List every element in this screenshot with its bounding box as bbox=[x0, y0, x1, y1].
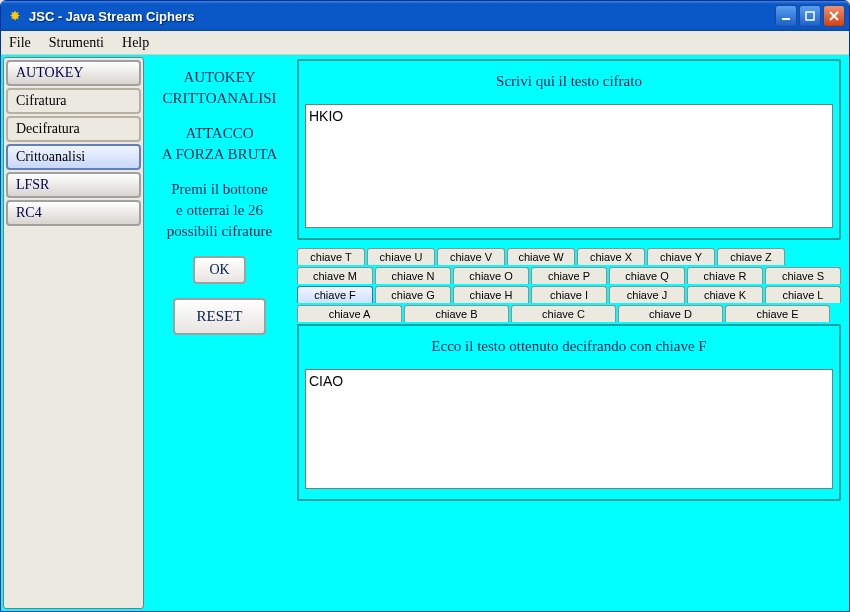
tab-chiave-t[interactable]: chiave T bbox=[297, 248, 365, 265]
maximize-button[interactable] bbox=[799, 5, 821, 27]
sidebar-header-rc4[interactable]: RC4 bbox=[6, 200, 141, 226]
desc2: e otterrai le 26 bbox=[167, 200, 272, 221]
tab-chiave-a[interactable]: chiave A bbox=[297, 305, 402, 322]
menu-help[interactable]: Help bbox=[118, 33, 153, 53]
tab-chiave-p[interactable]: chiave P bbox=[531, 267, 607, 284]
result-title: Ecco il testo ottenuto decifrando con ch… bbox=[305, 338, 833, 355]
ciphertext-input[interactable] bbox=[305, 104, 833, 228]
tabrow-1: chiave T chiave U chiave V chiave W chia… bbox=[297, 248, 841, 265]
tab-chiave-k[interactable]: chiave K bbox=[687, 286, 763, 303]
tab-chiave-n[interactable]: chiave N bbox=[375, 267, 451, 284]
sidebar: AUTOKEY Cifratura Decifratura Crittoanal… bbox=[3, 57, 144, 609]
sidebar-item-decifratura[interactable]: Decifratura bbox=[6, 116, 141, 142]
result-panel: Ecco il testo ottenuto decifrando con ch… bbox=[297, 324, 841, 501]
menubar: File Strumenti Help bbox=[1, 31, 849, 55]
tab-chiave-o[interactable]: chiave O bbox=[453, 267, 529, 284]
tabrow-2: chiave M chiave N chiave O chiave P chia… bbox=[297, 267, 841, 284]
tab-chiave-u[interactable]: chiave U bbox=[367, 248, 435, 265]
instructions: Premi il bottone e otterrai le 26 possib… bbox=[167, 179, 272, 242]
menu-file[interactable]: File bbox=[5, 33, 35, 53]
app-window: ✸ JSC - Java Stream Ciphers File Strumen… bbox=[0, 0, 850, 612]
tab-chiave-r[interactable]: chiave R bbox=[687, 267, 763, 284]
sub-line1: ATTACCO bbox=[162, 123, 278, 144]
minimize-button[interactable] bbox=[775, 5, 797, 27]
heading-line1: AUTOKEY bbox=[163, 67, 277, 88]
tabrow-3: chiave F chiave G chiave H chiave I chia… bbox=[297, 286, 841, 303]
sidebar-item-crittoanalisi[interactable]: Crittoanalisi bbox=[6, 144, 141, 170]
tab-chiave-d[interactable]: chiave D bbox=[618, 305, 723, 322]
tab-chiave-g[interactable]: chiave G bbox=[375, 286, 451, 303]
tab-chiave-b[interactable]: chiave B bbox=[404, 305, 509, 322]
titlebar[interactable]: ✸ JSC - Java Stream Ciphers bbox=[1, 1, 849, 31]
info-panel: AUTOKEY CRITTOANALISI ATTACCO A FORZA BR… bbox=[148, 57, 291, 609]
key-tabs: chiave T chiave U chiave V chiave W chia… bbox=[297, 248, 841, 501]
main-panel: Scrivi qui il testo cifrato chiave T chi… bbox=[295, 57, 847, 609]
tab-chiave-e[interactable]: chiave E bbox=[725, 305, 830, 322]
heading-line2: CRITTOANALISI bbox=[163, 88, 277, 109]
window-title: JSC - Java Stream Ciphers bbox=[29, 9, 769, 24]
algo-heading: AUTOKEY CRITTOANALISI bbox=[163, 67, 277, 109]
desc3: possibili cifrature bbox=[167, 221, 272, 242]
tab-chiave-z[interactable]: chiave Z bbox=[717, 248, 785, 265]
tab-chiave-m[interactable]: chiave M bbox=[297, 267, 373, 284]
sidebar-header-lfsr[interactable]: LFSR bbox=[6, 172, 141, 198]
tab-chiave-v[interactable]: chiave V bbox=[437, 248, 505, 265]
window-buttons bbox=[775, 5, 845, 27]
tab-chiave-i[interactable]: chiave I bbox=[531, 286, 607, 303]
sidebar-header-autokey[interactable]: AUTOKEY bbox=[6, 60, 141, 86]
client-area: AUTOKEY Cifratura Decifratura Crittoanal… bbox=[1, 55, 849, 611]
tab-chiave-l[interactable]: chiave L bbox=[765, 286, 841, 303]
ok-button[interactable]: OK bbox=[193, 256, 245, 284]
tab-chiave-h[interactable]: chiave H bbox=[453, 286, 529, 303]
tab-chiave-f[interactable]: chiave F bbox=[297, 286, 373, 303]
close-button[interactable] bbox=[823, 5, 845, 27]
sidebar-item-cifratura[interactable]: Cifratura bbox=[6, 88, 141, 114]
result-output[interactable] bbox=[305, 369, 833, 489]
tabrow-4: chiave A chiave B chiave C chiave D chia… bbox=[297, 305, 841, 322]
tab-chiave-y[interactable]: chiave Y bbox=[647, 248, 715, 265]
tab-chiave-w[interactable]: chiave W bbox=[507, 248, 575, 265]
tab-chiave-s[interactable]: chiave S bbox=[765, 267, 841, 284]
menu-tools[interactable]: Strumenti bbox=[45, 33, 108, 53]
ciphertext-title: Scrivi qui il testo cifrato bbox=[305, 73, 833, 90]
app-icon: ✸ bbox=[7, 8, 23, 24]
sub-line2: A FORZA BRUTA bbox=[162, 144, 278, 165]
reset-button[interactable]: RESET bbox=[173, 298, 267, 335]
ciphertext-panel: Scrivi qui il testo cifrato bbox=[297, 59, 841, 240]
tab-chiave-x[interactable]: chiave X bbox=[577, 248, 645, 265]
svg-rect-1 bbox=[806, 12, 814, 20]
desc1: Premi il bottone bbox=[167, 179, 272, 200]
tab-chiave-q[interactable]: chiave Q bbox=[609, 267, 685, 284]
tab-chiave-j[interactable]: chiave J bbox=[609, 286, 685, 303]
attack-heading: ATTACCO A FORZA BRUTA bbox=[162, 123, 278, 165]
tab-chiave-c[interactable]: chiave C bbox=[511, 305, 616, 322]
